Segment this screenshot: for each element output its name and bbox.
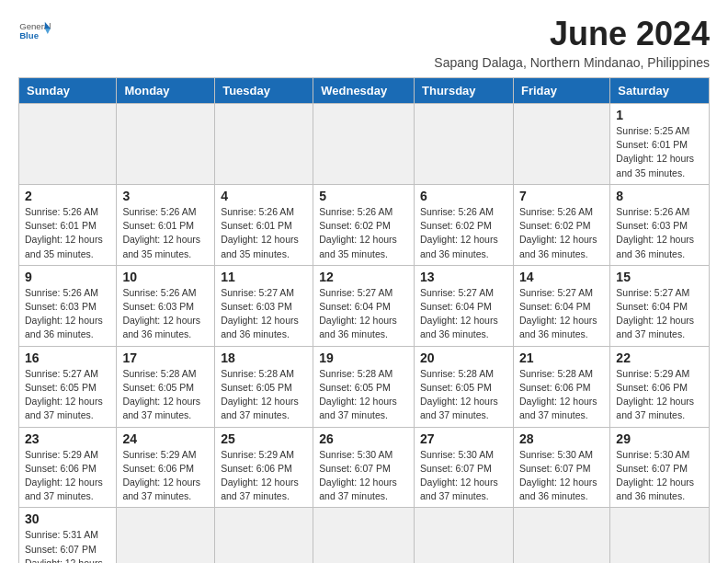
calendar-day-header: Friday <box>513 78 609 104</box>
day-number: 4 <box>221 189 307 203</box>
day-number: 18 <box>221 350 307 365</box>
day-info: Sunrise: 5:28 AMSunset: 6:05 PMDaylight:… <box>420 367 507 423</box>
day-number: 22 <box>616 350 703 365</box>
calendar-day-cell: 17Sunrise: 5:28 AMSunset: 6:05 PMDayligh… <box>117 346 215 427</box>
day-info: Sunrise: 5:29 AMSunset: 6:06 PMDaylight:… <box>221 448 307 504</box>
calendar-day-cell: 28Sunrise: 5:30 AMSunset: 6:07 PMDayligh… <box>513 427 609 508</box>
calendar-day-header: Saturday <box>610 78 710 104</box>
day-number: 17 <box>122 350 209 365</box>
calendar-week-row: 1Sunrise: 5:25 AMSunset: 6:01 PMDaylight… <box>19 104 710 185</box>
logo-icon: General Blue <box>18 15 51 48</box>
calendar-day-cell <box>215 104 313 185</box>
day-number: 30 <box>25 511 110 526</box>
calendar-table: SundayMondayTuesdayWednesdayThursdayFrid… <box>18 77 710 563</box>
day-info: Sunrise: 5:28 AMSunset: 6:05 PMDaylight:… <box>221 367 307 423</box>
day-number: 16 <box>25 350 110 365</box>
day-info: Sunrise: 5:30 AMSunset: 6:07 PMDaylight:… <box>519 448 604 504</box>
calendar-week-row: 23Sunrise: 5:29 AMSunset: 6:06 PMDayligh… <box>19 427 710 508</box>
calendar-day-cell: 22Sunrise: 5:29 AMSunset: 6:06 PMDayligh… <box>610 346 710 427</box>
day-number: 24 <box>122 431 209 446</box>
calendar-day-cell: 29Sunrise: 5:30 AMSunset: 6:07 PMDayligh… <box>610 427 710 508</box>
day-number: 5 <box>319 189 408 203</box>
title-section: June 2024 Sapang Dalaga, Northern Mindan… <box>434 15 710 70</box>
calendar-day-cell: 12Sunrise: 5:27 AMSunset: 6:04 PMDayligh… <box>313 265 415 346</box>
header: General Blue June 2024 Sapang Dalaga, No… <box>18 15 710 70</box>
day-info: Sunrise: 5:28 AMSunset: 6:05 PMDaylight:… <box>122 367 209 423</box>
calendar-day-cell: 14Sunrise: 5:27 AMSunset: 6:04 PMDayligh… <box>513 265 609 346</box>
svg-text:Blue: Blue <box>19 30 39 40</box>
day-info: Sunrise: 5:26 AMSunset: 6:01 PMDaylight:… <box>122 205 209 261</box>
day-info: Sunrise: 5:27 AMSunset: 6:03 PMDaylight:… <box>221 286 307 342</box>
calendar-day-cell: 11Sunrise: 5:27 AMSunset: 6:03 PMDayligh… <box>215 265 313 346</box>
day-number: 10 <box>122 270 209 284</box>
day-number: 6 <box>420 189 507 203</box>
day-info: Sunrise: 5:29 AMSunset: 6:06 PMDaylight:… <box>616 367 703 423</box>
calendar-day-cell: 30Sunrise: 5:31 AMSunset: 6:07 PMDayligh… <box>19 508 117 563</box>
calendar-day-header: Wednesday <box>313 78 415 104</box>
day-info: Sunrise: 5:26 AMSunset: 6:01 PMDaylight:… <box>25 205 110 261</box>
calendar-week-row: 16Sunrise: 5:27 AMSunset: 6:05 PMDayligh… <box>19 346 710 427</box>
calendar-day-cell <box>313 508 415 563</box>
calendar-day-cell: 23Sunrise: 5:29 AMSunset: 6:06 PMDayligh… <box>19 427 117 508</box>
calendar-day-cell: 26Sunrise: 5:30 AMSunset: 6:07 PMDayligh… <box>313 427 415 508</box>
calendar-day-cell: 10Sunrise: 5:26 AMSunset: 6:03 PMDayligh… <box>117 265 215 346</box>
calendar-day-header: Thursday <box>415 78 514 104</box>
day-info: Sunrise: 5:30 AMSunset: 6:07 PMDaylight:… <box>420 448 507 504</box>
day-info: Sunrise: 5:26 AMSunset: 6:02 PMDaylight:… <box>319 205 408 261</box>
calendar-day-cell <box>415 508 514 563</box>
day-info: Sunrise: 5:26 AMSunset: 6:03 PMDaylight:… <box>122 286 209 342</box>
day-info: Sunrise: 5:30 AMSunset: 6:07 PMDaylight:… <box>616 448 703 504</box>
calendar-day-cell <box>415 104 514 185</box>
day-number: 1 <box>616 108 703 122</box>
day-number: 15 <box>616 270 703 284</box>
day-info: Sunrise: 5:31 AMSunset: 6:07 PMDaylight:… <box>25 528 110 563</box>
day-info: Sunrise: 5:26 AMSunset: 6:03 PMDaylight:… <box>616 205 703 261</box>
calendar-day-cell: 15Sunrise: 5:27 AMSunset: 6:04 PMDayligh… <box>610 265 710 346</box>
calendar-day-cell: 1Sunrise: 5:25 AMSunset: 6:01 PMDaylight… <box>610 104 710 185</box>
day-number: 27 <box>420 431 507 446</box>
day-number: 19 <box>319 350 408 365</box>
day-number: 8 <box>616 189 703 203</box>
day-info: Sunrise: 5:27 AMSunset: 6:05 PMDaylight:… <box>25 367 110 423</box>
day-info: Sunrise: 5:27 AMSunset: 6:04 PMDaylight:… <box>519 286 604 342</box>
day-number: 28 <box>519 431 604 446</box>
day-info: Sunrise: 5:28 AMSunset: 6:05 PMDaylight:… <box>319 367 408 423</box>
calendar-week-row: 9Sunrise: 5:26 AMSunset: 6:03 PMDaylight… <box>19 265 710 346</box>
calendar-day-cell: 3Sunrise: 5:26 AMSunset: 6:01 PMDaylight… <box>117 184 215 265</box>
logo: General Blue <box>18 15 51 48</box>
calendar-day-cell: 13Sunrise: 5:27 AMSunset: 6:04 PMDayligh… <box>415 265 514 346</box>
calendar-day-cell: 16Sunrise: 5:27 AMSunset: 6:05 PMDayligh… <box>19 346 117 427</box>
day-info: Sunrise: 5:26 AMSunset: 6:02 PMDaylight:… <box>420 205 507 261</box>
day-info: Sunrise: 5:26 AMSunset: 6:03 PMDaylight:… <box>25 286 110 342</box>
calendar-day-cell <box>513 508 609 563</box>
day-number: 23 <box>25 431 110 446</box>
calendar-day-cell: 4Sunrise: 5:26 AMSunset: 6:01 PMDaylight… <box>215 184 313 265</box>
calendar-day-header: Monday <box>117 78 215 104</box>
day-number: 29 <box>616 431 703 446</box>
calendar-week-row: 30Sunrise: 5:31 AMSunset: 6:07 PMDayligh… <box>19 508 710 563</box>
calendar-day-cell: 7Sunrise: 5:26 AMSunset: 6:02 PMDaylight… <box>513 184 609 265</box>
calendar-day-cell: 19Sunrise: 5:28 AMSunset: 6:05 PMDayligh… <box>313 346 415 427</box>
day-info: Sunrise: 5:26 AMSunset: 6:02 PMDaylight:… <box>519 205 604 261</box>
calendar-day-cell: 25Sunrise: 5:29 AMSunset: 6:06 PMDayligh… <box>215 427 313 508</box>
day-number: 12 <box>319 270 408 284</box>
calendar-day-cell <box>19 104 117 185</box>
calendar-day-cell: 21Sunrise: 5:28 AMSunset: 6:06 PMDayligh… <box>513 346 609 427</box>
calendar-header-row: SundayMondayTuesdayWednesdayThursdayFrid… <box>19 78 710 104</box>
calendar-day-cell: 18Sunrise: 5:28 AMSunset: 6:05 PMDayligh… <box>215 346 313 427</box>
calendar-day-cell: 8Sunrise: 5:26 AMSunset: 6:03 PMDaylight… <box>610 184 710 265</box>
calendar-day-cell: 5Sunrise: 5:26 AMSunset: 6:02 PMDaylight… <box>313 184 415 265</box>
calendar-day-cell: 2Sunrise: 5:26 AMSunset: 6:01 PMDaylight… <box>19 184 117 265</box>
day-info: Sunrise: 5:29 AMSunset: 6:06 PMDaylight:… <box>25 448 110 504</box>
calendar-day-cell: 20Sunrise: 5:28 AMSunset: 6:05 PMDayligh… <box>415 346 514 427</box>
day-info: Sunrise: 5:30 AMSunset: 6:07 PMDaylight:… <box>319 448 408 504</box>
day-number: 25 <box>221 431 307 446</box>
calendar-day-cell <box>215 508 313 563</box>
day-info: Sunrise: 5:29 AMSunset: 6:06 PMDaylight:… <box>122 448 209 504</box>
calendar-day-cell: 9Sunrise: 5:26 AMSunset: 6:03 PMDaylight… <box>19 265 117 346</box>
calendar-day-cell <box>313 104 415 185</box>
calendar-week-row: 2Sunrise: 5:26 AMSunset: 6:01 PMDaylight… <box>19 184 710 265</box>
day-info: Sunrise: 5:27 AMSunset: 6:04 PMDaylight:… <box>420 286 507 342</box>
calendar-day-cell: 24Sunrise: 5:29 AMSunset: 6:06 PMDayligh… <box>117 427 215 508</box>
calendar-day-cell <box>117 104 215 185</box>
